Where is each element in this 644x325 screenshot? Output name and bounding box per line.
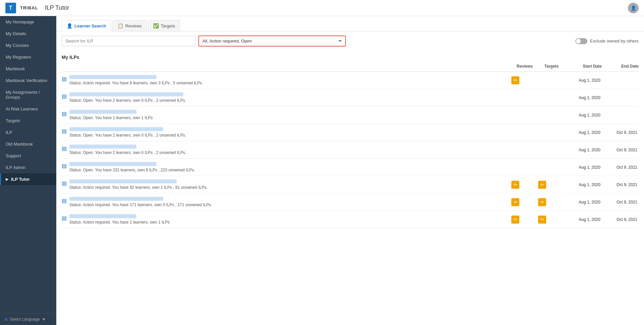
sidebar-label: Markbook Verification	[6, 78, 47, 83]
sidebar-item-my-courses[interactable]: My Courses	[0, 39, 56, 51]
sidebar-item-support[interactable]: Support	[0, 150, 56, 162]
sidebar-item-markbook-verification[interactable]: Markbook Verification	[0, 75, 56, 86]
ilp-row-left: ▤ Status: Open. You have 231 learners, o…	[62, 162, 511, 172]
user-avatar[interactable]: 👤	[628, 3, 639, 13]
ilp-title-blurred[interactable]	[69, 127, 163, 131]
end-date-cell: Oct 9, 2021	[602, 148, 639, 152]
ilp-title-blurred[interactable]	[69, 92, 183, 96]
ilp-info: Status: Action required. You have 1 lear…	[69, 214, 511, 225]
review-action-icon[interactable]: ✏	[511, 76, 519, 84]
ilp-title-blurred[interactable]	[69, 145, 136, 149]
tabs-bar: 👤Learner Search📋Reviews✅Targets	[56, 16, 644, 31]
col-reviews-header: Reviews	[511, 64, 538, 69]
ilp-status-text: Status: Open. You have 2 learners, own 0…	[69, 150, 511, 155]
end-date-cell: Oct 9, 2021	[602, 182, 639, 187]
start-date-cell: Aug 1, 2020	[565, 78, 602, 83]
target-action-icon[interactable]: ✏	[538, 216, 546, 224]
ilp-row-icon: ▤	[62, 145, 67, 152]
select-language-label[interactable]: Select Language	[10, 317, 40, 322]
ilp-row-left: ▤ Status: Action required. You have 1 le…	[62, 214, 511, 225]
sidebar-label: My Courses	[6, 43, 29, 48]
table-row: ▤ Status: Open. You have 2 learners, own…	[62, 89, 639, 106]
col-targets-cell: ✏	[538, 198, 565, 206]
ilp-info: Status: Action required. You have 82 lea…	[69, 179, 511, 190]
col-targets-header: Targets	[538, 64, 565, 69]
ilp-info: Status: Open. You have 2 learners, own 0…	[69, 127, 511, 138]
review-action-icon[interactable]: ✏	[511, 181, 519, 189]
end-date-cell: Oct 9, 2021	[602, 165, 639, 170]
start-date-cell: Aug 1, 2020	[565, 95, 602, 100]
ilp-title-blurred[interactable]	[69, 75, 156, 79]
target-action-icon[interactable]: ✏	[538, 198, 546, 206]
ilp-status-text: Status: Action required. You have 1 lear…	[69, 220, 511, 225]
sidebar-item-ilp[interactable]: ILP	[0, 127, 56, 138]
sidebar-label: My Details	[6, 31, 26, 36]
ilp-status-text: Status: Open. You have 1 learners, own 1…	[69, 115, 511, 120]
table-header: Reviews Targets Start Date End Date	[62, 61, 639, 72]
ilp-status-text: Status: Open. You have 2 learners, own 0…	[69, 133, 511, 138]
app-title: ILP Tutor	[45, 4, 69, 11]
col-targets-cell: ✏	[538, 181, 565, 189]
ilp-title-blurred[interactable]	[69, 162, 156, 166]
ilp-title-blurred[interactable]	[69, 110, 136, 114]
ilp-row-left: ▤ Status: Open. You have 2 learners, own…	[62, 92, 511, 103]
ilp-row-icon: ▤	[62, 128, 67, 134]
target-action-icon[interactable]: ✏	[538, 181, 546, 189]
table-area: My ILPs Reviews Targets Start Date End D…	[56, 51, 644, 325]
ilp-row-icon: ▤	[62, 197, 67, 204]
exclude-label: Exclude owned by others	[590, 38, 639, 44]
ilp-info: Status: Action required. You have 8 lear…	[69, 75, 511, 85]
table-row: ▤ Status: Action required. You have 1 le…	[62, 211, 639, 228]
sidebar-item-at-risk-learners[interactable]: At Risk Learners	[0, 103, 56, 115]
ilp-info: Status: Open. You have 2 learners, own 0…	[69, 92, 511, 103]
ilp-title-blurred[interactable]	[69, 179, 177, 183]
ilp-info: Status: Open. You have 1 learners, own 1…	[69, 110, 511, 120]
sidebar-label: ILP	[6, 130, 12, 135]
tab-icon-learner-search: 👤	[67, 23, 72, 28]
ilp-row-icon: ▤	[62, 93, 67, 99]
sidebar-item-ilp-tutor[interactable]: ▶ILP Tutor	[0, 173, 56, 185]
start-date-cell: Aug 1, 2020	[565, 182, 602, 187]
sidebar-label: Old Markbook	[6, 142, 33, 147]
review-action-icon[interactable]: ✏	[511, 216, 519, 224]
filter-select[interactable]: All, Action required, Open	[198, 35, 346, 47]
sidebar-item-targets[interactable]: Targets	[0, 115, 56, 127]
tribal-name: TRIBAL	[20, 5, 38, 10]
main-content: 👤Learner Search📋Reviews✅Targets All, Act…	[56, 16, 644, 325]
col-reviews-cell: ✏	[511, 181, 538, 189]
sidebar-label: ILP Tutor	[11, 177, 30, 182]
start-date-cell: Aug 1, 2020	[565, 130, 602, 135]
sidebar-label: My Assignments / Groups	[6, 90, 52, 100]
sidebar-item-markbook[interactable]: Markbook	[0, 63, 56, 75]
start-date-cell: Aug 1, 2020	[565, 200, 602, 205]
ilp-title-blurred[interactable]	[69, 197, 163, 201]
start-date-cell: Aug 1, 2020	[565, 165, 602, 170]
tab-learner-search[interactable]: 👤Learner Search	[62, 20, 111, 31]
tab-reviews[interactable]: 📋Reviews	[113, 20, 147, 31]
ilp-row-left: ▤ Status: Open. You have 2 learners, own…	[62, 145, 511, 155]
table-row: ▤ Status: Action required. You have 82 l…	[62, 176, 639, 193]
ilp-status-text: Status: Action required. You have 171 le…	[69, 202, 511, 207]
tribal-logo-icon: T	[5, 3, 16, 13]
ilp-status-text: Status: Open. You have 2 learners, own 0…	[69, 98, 511, 103]
start-date-cell: Aug 1, 2020	[565, 113, 602, 117]
ilp-title-blurred[interactable]	[69, 214, 136, 218]
sidebar-item-my-homepage[interactable]: My Homepage	[0, 16, 56, 28]
sidebar-item-my-details[interactable]: My Details	[0, 28, 56, 39]
ilp-row-left: ▤ Status: Open. You have 2 learners, own…	[62, 127, 511, 138]
layout: My HomepageMy DetailsMy CoursesMy Regist…	[0, 16, 644, 325]
col-reviews-cell: ✏	[511, 198, 538, 206]
sidebar-item-my-registers[interactable]: My Registers	[0, 51, 56, 63]
sidebar-item-ilp-admin[interactable]: ILP Admin	[0, 162, 56, 173]
sidebar-item-my-assignments-groups[interactable]: My Assignments / Groups	[0, 86, 56, 103]
select-language-chevron[interactable]: ▼	[42, 317, 46, 322]
tab-targets[interactable]: ✅Targets	[148, 20, 180, 31]
google-icon: G	[5, 317, 8, 321]
sidebar: My HomepageMy DetailsMy CoursesMy Regist…	[0, 16, 56, 325]
sidebar-label: Support	[6, 153, 21, 158]
search-input[interactable]	[62, 36, 196, 46]
exclude-toggle[interactable]	[575, 38, 587, 44]
review-action-icon[interactable]: ✏	[511, 198, 519, 206]
sidebar-item-old-markbook[interactable]: Old Markbook	[0, 138, 56, 150]
ilp-info: Status: Open. You have 2 learners, own 0…	[69, 145, 511, 155]
